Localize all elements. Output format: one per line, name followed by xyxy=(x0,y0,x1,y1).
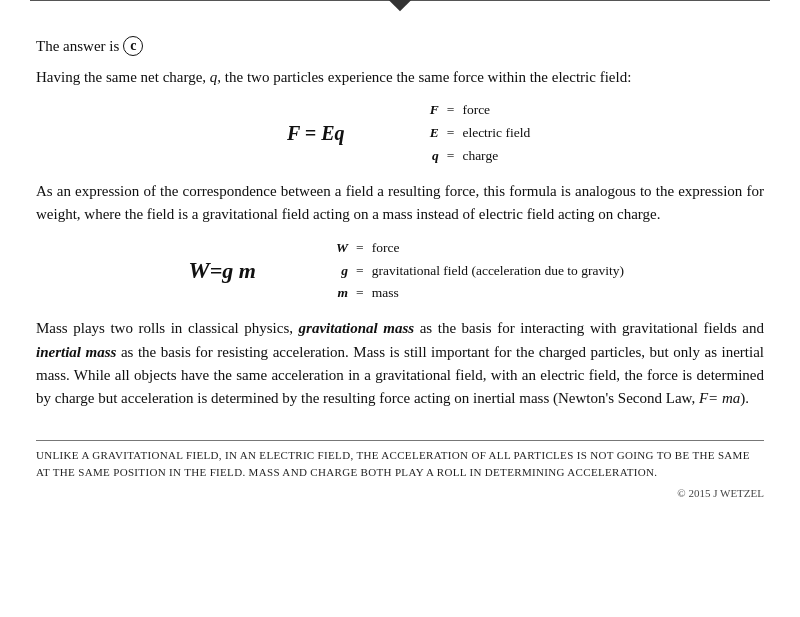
paragraph-2: As an expression of the correspondence b… xyxy=(36,180,764,227)
answer-line: The answer is c xyxy=(36,36,764,56)
diamond-decoration xyxy=(389,0,412,11)
paragraph-1: Having the same net charge, q, the two p… xyxy=(36,66,764,89)
formula-2-main: W=g m xyxy=(172,257,272,284)
footnote: UNLIKE A GRAVITATIONAL FIELD, IN AN ELEC… xyxy=(0,447,800,481)
page: The answer is c Having the same net char… xyxy=(0,0,800,617)
formula-2-defs: W = force g = gravitational field (accel… xyxy=(332,237,628,306)
copyright: © 2015 J WETZEL xyxy=(0,487,800,499)
answer-circle: c xyxy=(123,36,143,56)
answer-prefix: The answer is xyxy=(36,38,119,55)
formula-1-defs: F = force E = electric field q = charge xyxy=(426,99,534,168)
main-content: The answer is c Having the same net char… xyxy=(0,28,800,432)
bottom-divider xyxy=(36,440,764,441)
formula-2-block: W=g m W = force g = gravitational field … xyxy=(36,237,764,306)
formula-1-block: F = Eq F = force E = electric field q xyxy=(36,99,764,168)
top-divider xyxy=(30,0,770,28)
formula-1-main: F = Eq xyxy=(266,122,366,145)
answer-letter: c xyxy=(130,39,136,53)
paragraph-3: Mass plays two rolls in classical physic… xyxy=(36,317,764,410)
